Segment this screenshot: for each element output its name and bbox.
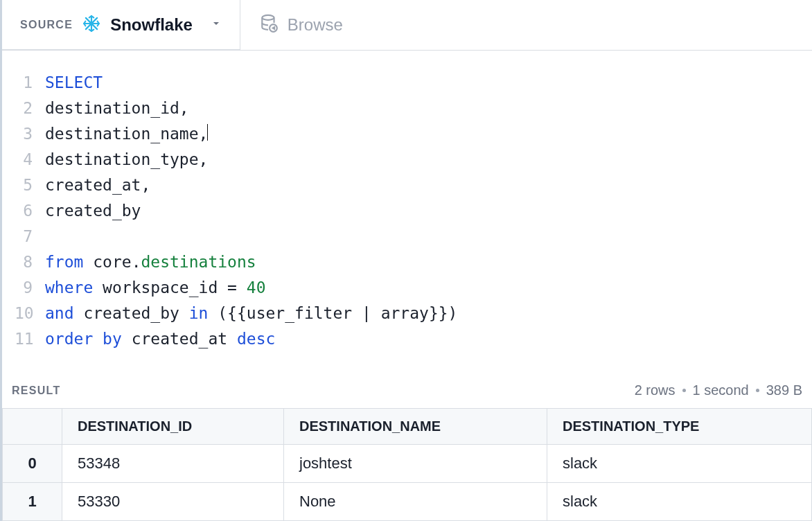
code-content: from core.destinations [45, 249, 256, 275]
line-number: 7 [15, 224, 45, 249]
line-number: 6 [15, 198, 45, 224]
result-table: DESTINATION_ID DESTINATION_NAME DESTINAT… [2, 408, 812, 521]
browse-label: Browse [288, 15, 343, 35]
table-cell[interactable]: None [284, 483, 547, 521]
code-content: created_at, [45, 173, 150, 198]
code-line[interactable]: 1SELECT [15, 70, 812, 96]
table-row[interactable]: 053348joshtestslack [3, 445, 812, 483]
browse-button[interactable]: Browse [240, 0, 812, 50]
code-content: where workspace_id = 40 [45, 275, 266, 301]
row-index: 0 [3, 445, 62, 483]
column-header[interactable]: DESTINATION_NAME [284, 409, 547, 445]
result-meta: 2 rows 1 second 389 B [635, 382, 802, 398]
code-content: order by created_at desc [45, 326, 275, 352]
line-number: 9 [15, 275, 45, 301]
line-number: 8 [15, 249, 45, 275]
separator-dot [682, 389, 686, 392]
table-header-row: DESTINATION_ID DESTINATION_NAME DESTINAT… [3, 409, 812, 445]
code-content: SELECT [45, 70, 103, 96]
code-content: and created_by in ({{user_filter | array… [45, 301, 457, 326]
table-cell[interactable]: slack [547, 483, 812, 521]
table-cell[interactable]: 53348 [62, 445, 284, 483]
source-name: Snowflake [110, 15, 193, 35]
code-line[interactable]: 11order by created_at desc [15, 326, 812, 352]
chevron-down-icon [211, 18, 222, 32]
code-content: created_by [45, 198, 141, 224]
elapsed-time: 1 second [693, 382, 749, 398]
table-cell[interactable]: slack [547, 445, 812, 483]
code-line[interactable]: 10and created_by in ({{user_filter | arr… [15, 301, 812, 326]
code-line[interactable]: 2destination_id, [15, 96, 812, 121]
sql-editor[interactable]: 1SELECT2destination_id,3destination_name… [2, 51, 812, 369]
line-number: 5 [15, 173, 45, 198]
index-header[interactable] [3, 409, 62, 445]
row-index: 1 [3, 483, 62, 521]
separator-dot [756, 389, 759, 392]
database-icon [260, 14, 278, 36]
code-line[interactable]: 8from core.destinations [15, 249, 812, 275]
code-content: destination_id, [45, 96, 189, 121]
app-root: SOURCE Snowflake [0, 0, 812, 521]
line-number: 1 [15, 70, 45, 96]
line-number: 3 [15, 121, 45, 147]
source-dropdown[interactable]: SOURCE Snowflake [2, 0, 240, 50]
table-row[interactable]: 153330Noneslack [3, 483, 812, 521]
code-line[interactable]: 4destination_type, [15, 147, 812, 173]
column-header[interactable]: DESTINATION_TYPE [547, 409, 812, 445]
rows-count: 2 rows [635, 382, 676, 398]
result-label: RESULT [12, 385, 61, 397]
svg-point-4 [262, 15, 274, 20]
line-number: 11 [15, 326, 45, 352]
text-cursor [207, 124, 208, 141]
line-number: 2 [15, 96, 45, 121]
source-label: SOURCE [20, 19, 73, 31]
result-header: RESULT 2 rows 1 second 389 B [2, 369, 812, 408]
column-header[interactable]: DESTINATION_ID [62, 409, 284, 445]
table-cell[interactable]: 53330 [62, 483, 284, 521]
line-number: 10 [15, 301, 45, 326]
code-line[interactable]: 5created_at, [15, 173, 812, 198]
table-cell[interactable]: joshtest [284, 445, 547, 483]
code-line[interactable]: 3destination_name, [15, 121, 812, 147]
bytes-text: 389 B [766, 382, 802, 398]
code-line[interactable]: 9where workspace_id = 40 [15, 275, 812, 301]
topbar: SOURCE Snowflake [2, 0, 812, 51]
snowflake-icon [82, 15, 100, 35]
code-line[interactable]: 6created_by [15, 198, 812, 224]
code-content: destination_name, [45, 121, 208, 147]
code-line[interactable]: 7 [15, 224, 812, 249]
line-number: 4 [15, 147, 45, 173]
code-content: destination_type, [45, 147, 208, 173]
